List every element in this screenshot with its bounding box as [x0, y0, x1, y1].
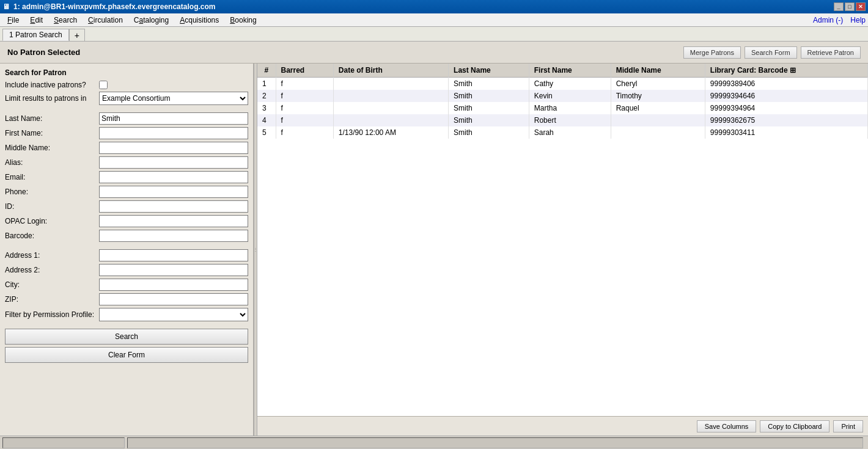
content-area: Search for Patron Include inactive patro…	[0, 64, 868, 436]
address1-label: Address 1:	[5, 251, 97, 260]
cell-firstname: Kevin	[529, 90, 611, 102]
menu-file[interactable]: File	[2, 15, 24, 26]
search-button[interactable]: Search	[5, 329, 248, 345]
filter-profile-select[interactable]	[99, 308, 248, 321]
phone-label: Phone:	[5, 188, 97, 196]
patron-status: No Patron Selected	[7, 48, 80, 57]
email-label: Email:	[5, 173, 97, 181]
table-row[interactable]: 4fSmithRobert99999362675	[257, 114, 868, 126]
cell-dob	[333, 102, 448, 114]
cell-barcode: 99999394964	[705, 102, 867, 114]
email-input[interactable]	[99, 171, 248, 183]
menu-booking[interactable]: Booking	[225, 15, 261, 26]
col-middlename[interactable]: Middle Name	[611, 64, 705, 78]
address2-label: Address 2:	[5, 266, 97, 274]
cell-firstname: Cathy	[529, 78, 611, 90]
search-panel: Search for Patron Include inactive patro…	[0, 64, 254, 436]
city-row: City:	[5, 279, 248, 291]
limit-results-select[interactable]: Example Consortium	[99, 92, 248, 105]
menu-edit[interactable]: Edit	[25, 15, 48, 26]
retrieve-patron-button[interactable]: Retrieve Patron	[801, 46, 861, 59]
cell-lastname: Smith	[449, 114, 529, 126]
menu-search[interactable]: Search	[49, 15, 82, 26]
tab-add-button[interactable]: +	[69, 29, 85, 41]
save-columns-button[interactable]: Save Columns	[697, 420, 757, 433]
col-barred[interactable]: Barred	[276, 64, 333, 78]
search-form-button[interactable]: Search Form	[745, 46, 797, 59]
cell-dob	[333, 78, 448, 90]
cell-lastname: Smith	[449, 90, 529, 102]
table-row[interactable]: 3fSmithMarthaRaquel99999394964	[257, 102, 868, 114]
id-input[interactable]	[99, 200, 248, 213]
title-bar: 🖥 1: admin@BR1-winxpvmfx.phasefx.evergre…	[0, 0, 868, 13]
city-label: City:	[5, 280, 97, 289]
alias-input[interactable]	[99, 156, 248, 169]
city-input[interactable]	[99, 279, 248, 291]
admin-link[interactable]: Admin (-)	[813, 16, 843, 24]
address1-input[interactable]	[99, 249, 248, 261]
alias-label: Alias:	[5, 158, 97, 167]
table-header-row: # Barred Date of Birth Last Name First N…	[257, 64, 868, 78]
firstname-label: First Name:	[5, 129, 97, 137]
menu-acquisitions[interactable]: Acquisitions	[175, 15, 224, 26]
barcode-row: Barcode:	[5, 230, 248, 242]
opac-login-input[interactable]	[99, 215, 248, 227]
col-number[interactable]: #	[257, 64, 276, 78]
menu-bar: File Edit Search Circulation Cataloging …	[0, 13, 868, 27]
window-title: 1: admin@BR1-winxpvmfx.phasefx.evergreen…	[13, 2, 215, 11]
header-bar: No Patron Selected Merge Patrons Search …	[0, 42, 868, 64]
cell-barred: f	[276, 114, 333, 126]
col-firstname[interactable]: First Name	[529, 64, 611, 78]
merge-patrons-button[interactable]: Merge Patrons	[683, 46, 741, 59]
opac-login-label: OPAC Login:	[5, 217, 97, 225]
cell-middlename: Cheryl	[611, 78, 705, 90]
action-buttons: Search Clear Form	[5, 329, 248, 363]
menu-cataloging[interactable]: Cataloging	[129, 15, 174, 26]
cell-firstname: Martha	[529, 102, 611, 114]
table-row[interactable]: 1fSmithCathyCheryl99999389406	[257, 78, 868, 90]
cell-num: 2	[257, 90, 276, 102]
phone-input[interactable]	[99, 186, 248, 198]
id-row: ID:	[5, 200, 248, 213]
clear-form-button[interactable]: Clear Form	[5, 347, 248, 363]
table-row[interactable]: 2fSmithKevinTimothy99999394646	[257, 90, 868, 102]
barcode-input[interactable]	[99, 230, 248, 242]
help-link[interactable]: Help	[850, 16, 866, 24]
id-label: ID:	[5, 202, 97, 211]
status-panel-2	[127, 437, 863, 448]
zip-input[interactable]	[99, 293, 248, 305]
col-dob[interactable]: Date of Birth	[333, 64, 448, 78]
cell-barcode: 99999394646	[705, 90, 867, 102]
cell-barcode: 99999389406	[705, 78, 867, 90]
include-inactive-checkbox[interactable]	[99, 81, 108, 89]
results-table: # Barred Date of Birth Last Name First N…	[257, 64, 868, 139]
limit-results-row: Limit results to patrons in Example Cons…	[5, 92, 248, 105]
search-section-title: Search for Patron	[5, 68, 248, 77]
print-button[interactable]: Print	[833, 420, 863, 433]
lastname-input[interactable]	[99, 112, 248, 125]
cell-barcode: 99999362675	[705, 114, 867, 126]
tab-patron-search[interactable]: 1 Patron Search	[2, 29, 69, 41]
cell-barcode: 99999303411	[705, 126, 867, 139]
phone-row: Phone:	[5, 186, 248, 198]
cell-dob	[333, 90, 448, 102]
minimize-button[interactable]: _	[834, 2, 844, 11]
alias-row: Alias:	[5, 156, 248, 169]
firstname-input[interactable]	[99, 127, 248, 139]
menu-circulation[interactable]: Circulation	[83, 15, 128, 26]
table-row[interactable]: 5f1/13/90 12:00 AMSmithSarah99999303411	[257, 126, 868, 139]
col-lastname[interactable]: Last Name	[449, 64, 529, 78]
cell-lastname: Smith	[449, 102, 529, 114]
middlename-row: Middle Name:	[5, 142, 248, 154]
copy-clipboard-button[interactable]: Copy to Clipboard	[760, 420, 829, 433]
close-button[interactable]: ✕	[856, 2, 866, 11]
cell-num: 4	[257, 114, 276, 126]
middlename-input[interactable]	[99, 142, 248, 154]
cell-barred: f	[276, 126, 333, 139]
cell-firstname: Sarah	[529, 126, 611, 139]
cell-num: 3	[257, 102, 276, 114]
maximize-button[interactable]: □	[845, 2, 855, 11]
cell-middlename: Timothy	[611, 90, 705, 102]
address2-input[interactable]	[99, 264, 248, 276]
col-barcode[interactable]: Library Card: Barcode ⊞	[705, 64, 867, 78]
